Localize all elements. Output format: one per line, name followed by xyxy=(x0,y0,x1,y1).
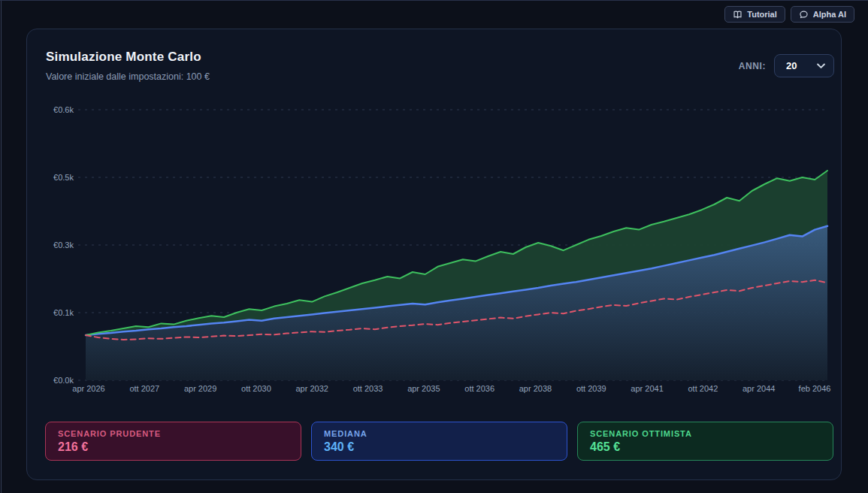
app-root: { "topbar": { "tutorial_label": "Tutoria… xyxy=(0,0,868,493)
svg-text:apr 2044: apr 2044 xyxy=(742,384,775,393)
chevron-down-icon xyxy=(817,63,825,69)
years-control: ANNI: 20 xyxy=(739,54,834,77)
alpha-ai-button[interactable]: Alpha AI xyxy=(791,6,854,23)
svg-text:apr 2029: apr 2029 xyxy=(184,384,216,393)
svg-text:€0.1k: €0.1k xyxy=(53,308,74,317)
page-title: Simulazione Monte Carlo xyxy=(46,50,201,65)
svg-text:€0.3k: €0.3k xyxy=(53,240,74,250)
scenario-ottimista-card: SCENARIO OTTIMISTA 465 € xyxy=(577,422,833,461)
svg-text:feb 2046: feb 2046 xyxy=(799,384,831,393)
svg-text:ott 2030: ott 2030 xyxy=(241,384,271,393)
svg-text:ott 2027: ott 2027 xyxy=(129,384,159,393)
initial-value-subtitle: Valore iniziale dalle impostazioni: 100 … xyxy=(46,71,210,82)
svg-text:apr 2032: apr 2032 xyxy=(296,384,328,393)
alpha-ai-button-label: Alpha AI xyxy=(813,10,846,19)
scenario-prudente-value: 216 € xyxy=(58,440,289,454)
window-edge-top xyxy=(0,0,868,1)
chat-bubble-icon xyxy=(799,10,809,20)
svg-text:ott 2036: ott 2036 xyxy=(464,384,494,393)
years-label: ANNI: xyxy=(739,61,766,71)
svg-text:€0.5k: €0.5k xyxy=(53,173,74,182)
mediana-card: MEDIANA 340 € xyxy=(311,422,567,461)
mediana-value: 340 € xyxy=(324,440,555,454)
mediana-label: MEDIANA xyxy=(324,429,555,438)
tutorial-button[interactable]: Tutorial xyxy=(724,6,785,23)
svg-text:ott 2033: ott 2033 xyxy=(353,384,383,393)
scenario-prudente-label: SCENARIO PRUDENTE xyxy=(58,429,289,438)
svg-text:apr 2038: apr 2038 xyxy=(519,384,552,393)
scenario-ottimista-value: 465 € xyxy=(590,440,821,454)
years-select-value: 20 xyxy=(786,60,797,71)
book-icon xyxy=(733,10,742,20)
scenario-ottimista-label: SCENARIO OTTIMISTA xyxy=(590,429,821,438)
topbar: Tutorial Alpha AI xyxy=(724,6,854,23)
svg-text:apr 2035: apr 2035 xyxy=(407,384,440,393)
monte-carlo-chart: €0.6k€0.5k€0.3k€0.1k€0.0kapr 2026ott 202… xyxy=(27,97,842,413)
window-edge-left xyxy=(1,0,2,493)
scenario-prudente-card: SCENARIO PRUDENTE 216 € xyxy=(45,422,301,461)
tutorial-button-label: Tutorial xyxy=(747,10,777,19)
svg-text:€0.6k: €0.6k xyxy=(53,105,74,114)
summary-cards-row: SCENARIO PRUDENTE 216 € MEDIANA 340 € SC… xyxy=(45,422,833,461)
years-select[interactable]: 20 xyxy=(774,54,834,77)
monte-carlo-panel: Simulazione Monte Carlo Valore iniziale … xyxy=(26,29,842,480)
svg-text:apr 2041: apr 2041 xyxy=(631,384,663,393)
svg-text:ott 2039: ott 2039 xyxy=(576,384,606,393)
svg-text:ott 2042: ott 2042 xyxy=(688,384,718,393)
svg-text:€0.0k: €0.0k xyxy=(53,376,74,385)
svg-text:apr 2026: apr 2026 xyxy=(72,384,104,393)
